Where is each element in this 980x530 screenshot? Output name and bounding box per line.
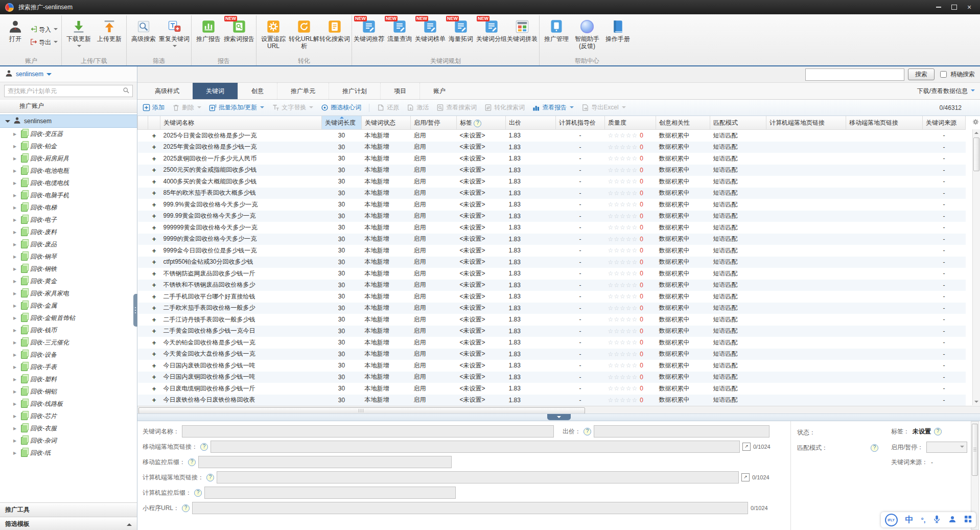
table-row[interactable]: 二手欧米茄手表回收价格一般多少 30 本地新增 启用 <未设置> 1.83 - … bbox=[138, 303, 966, 314]
advanced-search-button[interactable]: 高级搜索 bbox=[128, 15, 159, 57]
expand-icon[interactable] bbox=[13, 156, 18, 161]
header-mobile-landing-url[interactable]: 移动端落地页链接 bbox=[846, 116, 923, 130]
expand-icon[interactable] bbox=[13, 132, 18, 136]
add-row-icon[interactable] bbox=[148, 142, 160, 153]
cell-select[interactable] bbox=[138, 349, 148, 360]
tree-item-campaign[interactable]: 回收-钱币 bbox=[0, 324, 137, 336]
cell-select[interactable] bbox=[138, 188, 148, 199]
tab-7[interactable]: 账户 bbox=[419, 83, 459, 99]
tab-3[interactable]: 创意 bbox=[238, 83, 277, 99]
table-row[interactable]: 今天的铂金回收价格是多少钱一克 30 本地新增 启用 <未设置> 1.83 - … bbox=[138, 337, 966, 349]
help-icon[interactable] bbox=[584, 428, 591, 435]
tree-item-campaign[interactable]: 回收-设备 bbox=[0, 349, 137, 361]
add-row-icon[interactable] bbox=[148, 234, 160, 245]
tree-item-campaign[interactable]: 回收-金属 bbox=[0, 299, 137, 312]
mobile-suffix-input[interactable] bbox=[198, 456, 452, 468]
expand-icon[interactable] bbox=[13, 414, 18, 419]
expand-icon[interactable] bbox=[13, 230, 18, 235]
cell-select[interactable] bbox=[138, 257, 148, 268]
cell-select[interactable] bbox=[138, 165, 148, 176]
tree-item-campaign[interactable]: 回收-电缆电线 bbox=[0, 177, 137, 189]
grid-horizontal-scrollbar[interactable] bbox=[137, 406, 980, 413]
tree-item-campaign[interactable]: 回收-手表 bbox=[0, 361, 137, 373]
table-row[interactable]: 2025今日黄金回收价格是多少一克 30 本地新增 启用 <未设置> 1.83 … bbox=[138, 130, 966, 142]
tree-item-campaign[interactable]: 回收-废料 bbox=[0, 226, 137, 238]
tree-item-campaign[interactable]: 回收-电脑手机 bbox=[0, 189, 137, 201]
open-link-icon[interactable] bbox=[741, 473, 750, 481]
header-select[interactable] bbox=[138, 116, 148, 130]
cell-select[interactable] bbox=[138, 383, 148, 395]
help-icon[interactable] bbox=[182, 504, 190, 512]
microphone-icon[interactable] bbox=[933, 515, 941, 525]
header-pc-landing-url[interactable]: 计算机端落地页链接 bbox=[766, 116, 846, 130]
table-row[interactable]: 二手江诗丹顿手表回收一般多少钱 30 本地新增 启用 <未设置> 1.83 - … bbox=[138, 314, 966, 326]
expand-icon[interactable] bbox=[13, 279, 18, 284]
tab-4[interactable]: 推广单元 bbox=[277, 83, 329, 99]
tab-1[interactable]: 高级样式 bbox=[142, 83, 193, 99]
ime-brand-icon[interactable]: iFLY bbox=[885, 514, 898, 526]
promo-tools-bar[interactable]: 推广工具 bbox=[0, 502, 137, 517]
batch-add-update-button[interactable]: 批量添加/更新 bbox=[209, 103, 264, 112]
column-settings-gear-icon[interactable] bbox=[972, 119, 979, 127]
add-row-icon[interactable] bbox=[148, 153, 160, 165]
sidebar-search-input[interactable] bbox=[4, 85, 133, 97]
table-row[interactable]: 今日国内废铜回收价格多少钱一吨 30 本地新增 启用 <未设置> 1.83 - … bbox=[138, 372, 966, 383]
header-keyword-status[interactable]: 关键词状态 bbox=[362, 116, 411, 130]
expand-icon[interactable] bbox=[13, 169, 18, 173]
duplicate-keywords-button[interactable]: 重复关键词 bbox=[159, 15, 190, 57]
text-replace-button[interactable]: 文字替换 bbox=[272, 103, 313, 112]
table-row[interactable]: 今日国内废铁回收价格多少钱一吨 30 本地新增 启用 <未设置> 1.83 - … bbox=[138, 360, 966, 372]
table-row[interactable]: 999.9%黄金回收价格今天多少一克 30 本地新增 启用 <未设置> 1.83… bbox=[138, 199, 966, 211]
table-row[interactable]: 4000多买的黄金大概能回收多少钱 30 本地新增 启用 <未设置> 1.83 … bbox=[138, 176, 966, 188]
sidebar-collapse-handle[interactable] bbox=[133, 294, 137, 327]
ribbon-keyword-tool-button[interactable]: NEW 海量拓词 bbox=[446, 15, 476, 57]
tree-item-campaign[interactable]: 回收-塑料 bbox=[0, 373, 137, 385]
maximize-button[interactable] bbox=[946, 2, 962, 13]
table-row[interactable]: 2500元买的黄金戒指能回收多少钱 30 本地新增 启用 <未设置> 1.83 … bbox=[138, 165, 966, 176]
tree-item-campaign[interactable]: 回收-电池电瓶 bbox=[0, 165, 137, 177]
tree-item-campaign[interactable]: 回收-铜铝 bbox=[0, 385, 137, 398]
add-row-icon[interactable] bbox=[148, 188, 160, 199]
table-row[interactable]: 今日废铁价格今日废铁价格回收表 30 本地新增 启用 <未设置> 1.83 - … bbox=[138, 395, 966, 406]
export-excel-button[interactable]: 导出Excel bbox=[581, 103, 625, 112]
close-button[interactable]: × bbox=[962, 2, 977, 13]
view-search-terms-button[interactable]: 查看搜索词 bbox=[436, 103, 477, 112]
ribbon-keyword-tool-button[interactable]: NEW 流量查询 bbox=[384, 15, 415, 57]
mobile-landing-input[interactable] bbox=[211, 441, 740, 453]
tree-item-campaign[interactable]: 回收-线路板 bbox=[0, 398, 137, 410]
account-selector[interactable]: senlinsem bbox=[0, 66, 137, 82]
header-tag[interactable]: 标签 bbox=[457, 116, 506, 130]
add-row-icon[interactable] bbox=[148, 257, 160, 268]
header-keyword-length[interactable]: 关键词长度 bbox=[322, 116, 362, 130]
header-onoff[interactable]: 启用/暂停 bbox=[411, 116, 457, 130]
tree-item-campaign[interactable]: 回收-衣服 bbox=[0, 422, 137, 434]
tree-item-campaign[interactable]: 回收-黄金 bbox=[0, 275, 137, 287]
table-row[interactable]: 2025年黄金回收价格是多少钱一克 30 本地新增 启用 <未设置> 1.83 … bbox=[138, 142, 966, 153]
cell-select[interactable] bbox=[138, 372, 148, 383]
cell-select[interactable] bbox=[138, 234, 148, 245]
help-icon[interactable] bbox=[200, 443, 208, 451]
cell-select[interactable] bbox=[138, 303, 148, 314]
table-row[interactable]: 不锈钢防盗网废品回收多少钱一斤 30 本地新增 启用 <未设置> 1.83 - … bbox=[138, 268, 966, 280]
tree-item-campaign[interactable]: 回收-钢铁 bbox=[0, 263, 137, 275]
table-row[interactable]: 二手黄金回收价格多少钱一克今日 30 本地新增 启用 <未设置> 1.83 - … bbox=[138, 326, 966, 337]
grid-vertical-scrollbar[interactable] bbox=[972, 129, 980, 405]
panel-splitter[interactable] bbox=[137, 413, 980, 421]
ribbon-keyword-tool-button[interactable]: 关键词拼装 bbox=[507, 15, 538, 57]
add-row-icon[interactable] bbox=[148, 360, 160, 372]
import-button[interactable]: 导入 bbox=[30, 26, 58, 34]
open-button[interactable]: 打开 bbox=[3, 15, 28, 57]
set-track-url-button[interactable]: 设置追踪URL bbox=[258, 15, 289, 57]
cell-select[interactable] bbox=[138, 326, 148, 337]
add-row-icon[interactable] bbox=[148, 176, 160, 188]
tree-item-campaign[interactable]: 回收-铂金 bbox=[0, 140, 137, 152]
add-row-icon[interactable] bbox=[148, 337, 160, 349]
tree-item-campaign[interactable]: 回收-家具家电 bbox=[0, 287, 137, 299]
add-row-icon[interactable] bbox=[148, 130, 160, 142]
tree-item-campaign[interactable]: 回收-三元催化 bbox=[0, 336, 137, 349]
add-row-icon[interactable] bbox=[148, 326, 160, 337]
download-view-data-link[interactable]: 下载/查看数据信息 bbox=[917, 83, 975, 99]
cell-select[interactable] bbox=[138, 222, 148, 234]
user-icon[interactable] bbox=[948, 515, 956, 525]
header-keyword-name[interactable]: 关键词名称 bbox=[160, 116, 322, 130]
